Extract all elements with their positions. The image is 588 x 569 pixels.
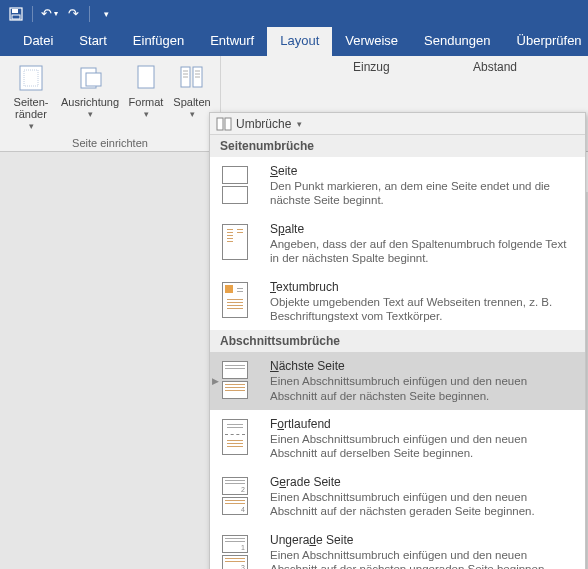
svg-rect-2	[12, 15, 20, 19]
ribbon-tabs: Datei Start Einfügen Entwurf Layout Verw…	[0, 27, 588, 56]
orientation-button[interactable]: Ausrichtung▾	[58, 58, 122, 132]
orientation-label: Ausrichtung	[61, 96, 119, 108]
item-desc: Objekte umgebenden Text auf Webseiten tr…	[270, 295, 575, 324]
item-title: Nächste Seite	[270, 359, 575, 373]
item-desc: Angeben, dass der auf den Spaltenumbruch…	[270, 237, 575, 266]
item-desc: Einen Abschnittsumbruch einfügen und den…	[270, 548, 575, 570]
break-item-naechste-seite[interactable]: ▶ Nächste Seite Einen Abschnittsumbruch …	[210, 352, 585, 410]
continuous-break-icon	[222, 417, 260, 457]
item-title: Fortlaufend	[270, 417, 575, 431]
tab-layout[interactable]: Layout	[267, 27, 332, 56]
section-header-section-breaks: Abschnittsumbrüche	[210, 330, 585, 352]
break-item-textumbruch[interactable]: Textumbruch Objekte umgebenden Text auf …	[210, 273, 585, 331]
tab-datei[interactable]: Datei	[10, 27, 66, 56]
redo-button[interactable]: ↷	[63, 4, 83, 24]
item-title: Ungerade Seite	[270, 533, 575, 547]
section-header-page-breaks: Seitenumbrüche	[210, 135, 585, 157]
tab-start[interactable]: Start	[66, 27, 119, 56]
break-item-fortlaufend[interactable]: Fortlaufend Einen Abschnittsumbruch einf…	[210, 410, 585, 468]
breaks-label: Umbrüche	[236, 117, 291, 131]
tab-einfuegen[interactable]: Einfügen	[120, 27, 197, 56]
item-title: Spalte	[270, 222, 575, 236]
save-button[interactable]	[6, 4, 26, 24]
even-page-break-icon: 2 4	[222, 475, 260, 515]
item-desc: Einen Abschnittsumbruch einfügen und den…	[270, 490, 575, 519]
breaks-icon	[216, 117, 232, 131]
ribbon: Seiten- ränder▾ Ausrichtung▾ Format▾ Spa…	[0, 56, 588, 152]
margins-button[interactable]: Seiten- ränder▾	[6, 58, 56, 132]
svg-rect-16	[217, 118, 223, 130]
breaks-dropdown: Umbrüche▾ Seitenumbrüche Seite Den Punkt…	[209, 112, 586, 569]
columns-label: Spalten	[173, 96, 210, 108]
svg-rect-7	[138, 66, 154, 88]
chevron-down-icon: ▾	[297, 119, 302, 129]
group-label-page-setup: Seite einrichten	[0, 137, 220, 149]
tab-ueberpruefen[interactable]: Überprüfen	[504, 27, 588, 56]
tab-sendungen[interactable]: Sendungen	[411, 27, 504, 56]
odd-page-break-icon: 1 3	[222, 533, 260, 570]
svg-rect-6	[86, 73, 101, 86]
breaks-button[interactable]: Umbrüche▾	[210, 113, 585, 135]
break-item-seite[interactable]: Seite Den Punkt markieren, an dem eine S…	[210, 157, 585, 215]
item-desc: Den Punkt markieren, an dem eine Seite e…	[270, 179, 575, 208]
svg-rect-17	[225, 118, 231, 130]
column-break-icon	[222, 222, 260, 262]
item-title: Gerade Seite	[270, 475, 575, 489]
qat-customize-button[interactable]: ▾	[96, 4, 116, 24]
undo-button[interactable]: ↶▾	[39, 4, 59, 24]
page-break-icon	[222, 164, 260, 204]
textwrap-break-icon	[222, 280, 260, 320]
quick-access-toolbar: ↶▾ ↷ ▾	[0, 0, 588, 27]
size-label: Format	[129, 96, 164, 108]
item-desc: Einen Abschnittsumbruch einfügen und den…	[270, 432, 575, 461]
item-title: Textumbruch	[270, 280, 575, 294]
chevron-right-icon: ▶	[212, 376, 219, 386]
qat-divider	[32, 6, 33, 22]
margins-label: Seiten- ränder	[14, 96, 49, 120]
tab-verweise[interactable]: Verweise	[332, 27, 411, 56]
columns-button[interactable]: Spalten▾	[170, 58, 214, 132]
tab-entwurf[interactable]: Entwurf	[197, 27, 267, 56]
next-page-break-icon	[222, 359, 260, 399]
qat-divider	[89, 6, 90, 22]
ribbon-group-page-setup: Seiten- ränder▾ Ausrichtung▾ Format▾ Spa…	[0, 56, 220, 151]
item-title: Seite	[270, 164, 575, 178]
svg-rect-1	[12, 9, 18, 13]
item-desc: Einen Abschnittsumbruch einfügen und den…	[270, 374, 575, 403]
size-button[interactable]: Format▾	[124, 58, 168, 132]
break-item-ungerade-seite[interactable]: 1 3 Ungerade Seite Einen Abschnittsumbru…	[210, 526, 585, 570]
break-item-spalte[interactable]: Spalte Angeben, dass der auf den Spalten…	[210, 215, 585, 273]
break-item-gerade-seite[interactable]: 2 4 Gerade Seite Einen Abschnittsumbruch…	[210, 468, 585, 526]
